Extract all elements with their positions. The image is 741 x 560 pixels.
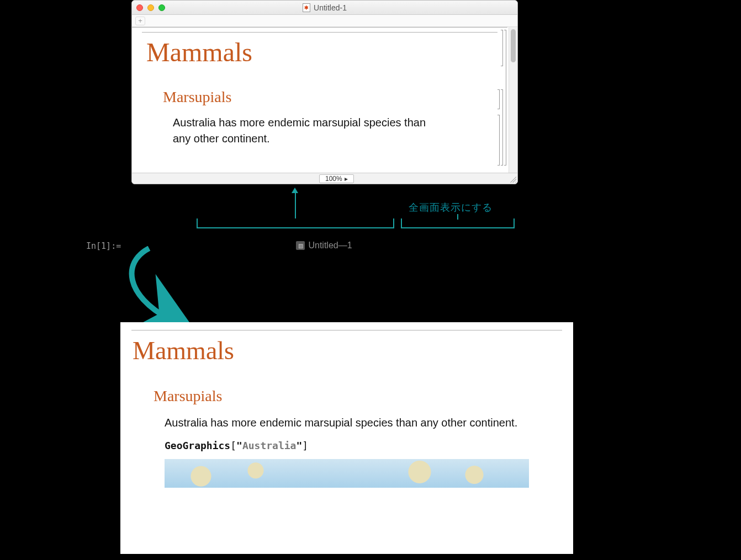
annotation-arrowhead-left	[292, 188, 298, 193]
fs-title-cell[interactable]: Mammals	[120, 334, 573, 369]
annotation-brace-left	[197, 218, 394, 228]
code-quote-open: "	[236, 440, 242, 451]
scroll-thumb[interactable]	[511, 29, 516, 62]
zoom-icon[interactable]	[158, 4, 165, 11]
cell-bracket-title[interactable]	[501, 30, 503, 66]
close-icon[interactable]	[136, 4, 143, 11]
annotation-curve-arrow	[116, 246, 193, 329]
annotation-fullscreen-label: 全画面表示にする	[409, 201, 493, 214]
cell-bracket-text[interactable]	[497, 115, 500, 166]
notebook-window: ✱ Untitled-1 + Mammals Marsupials Austra…	[131, 0, 518, 184]
text-cell[interactable]: Australia has more endemic marsupial spe…	[132, 109, 507, 147]
code-rbracket: ]	[302, 440, 308, 451]
fs-text-cell[interactable]: Australia has more endemic marsupial spe…	[120, 408, 573, 431]
window-title-text: Untitled-1	[314, 3, 347, 12]
fs-input-cell[interactable]: GeoGraphics["Australia"]	[120, 431, 573, 451]
code-argument: Australia	[242, 440, 297, 451]
annotation-brace-right	[401, 218, 515, 228]
resize-grip-icon[interactable]	[509, 175, 516, 183]
code-lbracket: [	[230, 440, 236, 451]
fs-output-map	[165, 459, 529, 488]
section-cell[interactable]: Marsupials	[132, 72, 507, 109]
notebook-body[interactable]: Mammals Marsupials Australia has more en…	[132, 27, 507, 173]
new-tab-button[interactable]: +	[135, 17, 145, 25]
vertical-scrollbar[interactable]	[509, 27, 517, 173]
cell-bracket-section-group[interactable]	[501, 89, 503, 166]
zoom-value: 100%	[325, 175, 342, 183]
zoom-selector[interactable]: 100% ▸	[319, 174, 354, 183]
chevron-right-icon: ▸	[345, 175, 348, 183]
fullscreen-title-text: Untitled—1	[308, 241, 352, 250]
code-function: GeoGraphics	[165, 440, 230, 451]
cell-divider	[142, 32, 497, 33]
minimize-icon[interactable]	[147, 4, 154, 11]
text-line-2: any other continent.	[173, 132, 270, 145]
cell-bracket-section[interactable]	[497, 89, 500, 109]
annotation-stem-left	[295, 192, 296, 218]
code-quote-close: "	[296, 440, 302, 451]
notebook-file-icon: ✱	[303, 3, 310, 12]
cell-bracket-column	[499, 30, 506, 170]
text-line-1: Australia has more endemic marsupial spe…	[173, 116, 426, 129]
fs-cell-divider	[131, 330, 562, 330]
title-cell[interactable]: Mammals	[132, 36, 507, 72]
cell-bracket-outer[interactable]	[504, 30, 506, 166]
fullscreen-window-icon: ▧	[296, 241, 305, 250]
fullscreen-titlebar: ▧ Untitled—1	[131, 239, 517, 252]
fullscreen-notebook: Mammals Marsupials Australia has more en…	[120, 322, 573, 554]
window-title: ✱ Untitled-1	[132, 3, 517, 12]
window-titlebar[interactable]: ✱ Untitled-1	[132, 1, 517, 15]
window-footer: 100% ▸	[132, 173, 517, 184]
annotation-stem-right	[457, 214, 458, 220]
tab-strip: +	[132, 15, 517, 27]
traffic-lights	[136, 4, 165, 11]
fs-section-cell[interactable]: Marsupials	[120, 369, 573, 408]
